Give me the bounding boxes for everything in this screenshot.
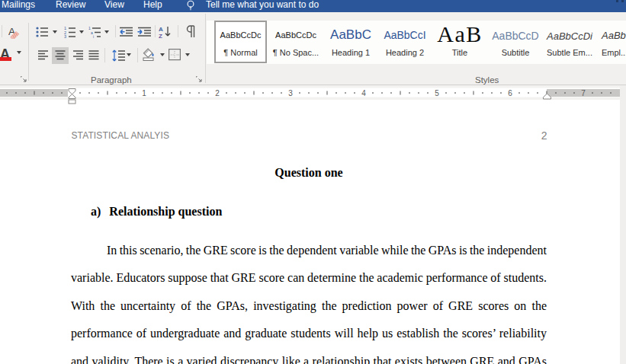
svg-text:Z: Z <box>159 33 162 39</box>
svg-text:5: 5 <box>435 89 439 97</box>
svg-text:7: 7 <box>581 89 586 97</box>
svg-text:2: 2 <box>215 89 220 97</box>
svg-text:4: 4 <box>361 89 366 97</box>
svg-text:3: 3 <box>64 34 66 38</box>
svg-text:6: 6 <box>508 89 512 97</box>
svg-text:3: 3 <box>288 89 293 97</box>
svg-text:1: 1 <box>142 89 146 97</box>
svg-text:i: i <box>93 34 94 38</box>
